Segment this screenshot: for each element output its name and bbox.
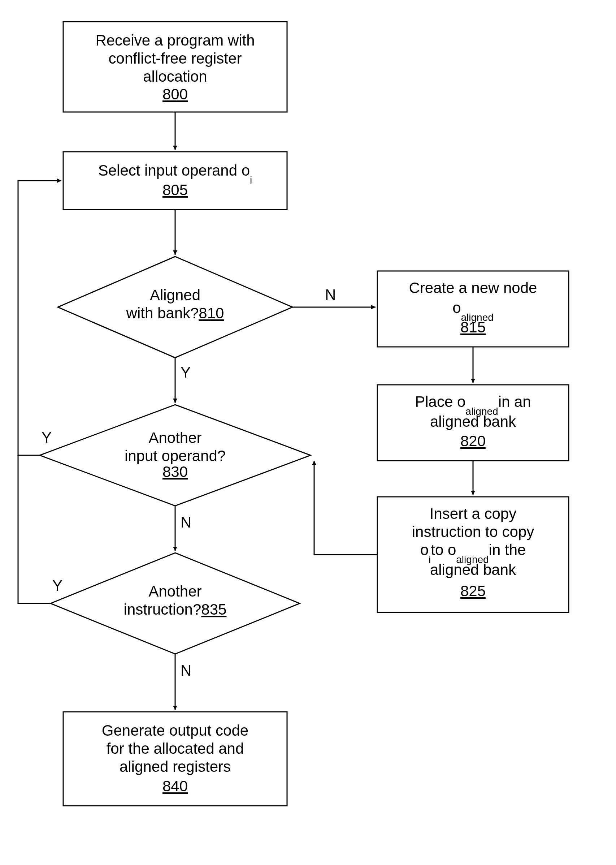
node-840-line1: Generate output code — [102, 722, 248, 739]
node-840-line3: aligned registers — [119, 758, 231, 775]
node-820-ref: 820 — [460, 433, 486, 449]
edge-830-805 — [18, 181, 61, 455]
label-835-N: N — [181, 662, 192, 679]
label-810-Y: Y — [181, 364, 191, 381]
node-840-ref: 840 — [162, 778, 188, 794]
node-835: Another instruction?835 — [50, 553, 300, 654]
node-800-line1: Receive a program with — [95, 32, 255, 49]
node-825-line2: instruction to copy — [412, 523, 534, 540]
node-830-ref: 830 — [162, 463, 188, 480]
node-825-line4: aligned bank — [430, 561, 516, 578]
label-830-Y: Y — [41, 429, 52, 446]
node-825-ref: 825 — [460, 583, 486, 599]
svg-rect-1 — [63, 152, 287, 210]
node-810-line2: with bank?810 — [126, 305, 224, 321]
node-835-line1: Another — [148, 583, 201, 600]
node-840-line2: for the allocated and — [107, 740, 244, 757]
node-800-ref: 800 — [162, 86, 188, 102]
node-800-line3: allocation — [143, 68, 207, 85]
node-825-line1: Insert a copy — [430, 505, 516, 522]
node-810-line1: Aligned — [150, 287, 200, 304]
node-820-line2: aligned bank — [430, 413, 516, 430]
label-810-N: N — [325, 286, 336, 303]
node-840: Generate output code for the allocated a… — [63, 712, 287, 806]
node-820: Place oalignedin an aligned bank 820 — [377, 385, 569, 461]
node-815-line1: Create a new node — [409, 279, 537, 296]
node-805: Select input operand oi 805 — [63, 152, 287, 210]
edge-835-805 — [18, 455, 50, 603]
node-825: Insert a copy instruction to copy oito o… — [377, 497, 569, 613]
node-815: Create a new node oaligned 815 — [377, 271, 569, 347]
label-835-Y: Y — [52, 577, 63, 594]
node-830: Another input operand? 830 — [40, 405, 311, 506]
edge-825-830 — [314, 461, 377, 555]
node-810: Aligned with bank?810 — [58, 257, 292, 358]
node-830-line1: Another — [148, 429, 201, 446]
node-830-line2: input operand? — [124, 447, 226, 464]
node-800-line2: conflict-free register — [109, 50, 242, 67]
node-800: Receive a program with conflict-free reg… — [63, 22, 287, 112]
node-805-ref: 805 — [162, 181, 188, 199]
flowchart-diagram: Receive a program with conflict-free reg… — [0, 0, 616, 865]
node-835-line2: instruction?835 — [124, 601, 227, 618]
label-830-N: N — [181, 514, 192, 531]
node-815-ref: 815 — [460, 319, 486, 336]
